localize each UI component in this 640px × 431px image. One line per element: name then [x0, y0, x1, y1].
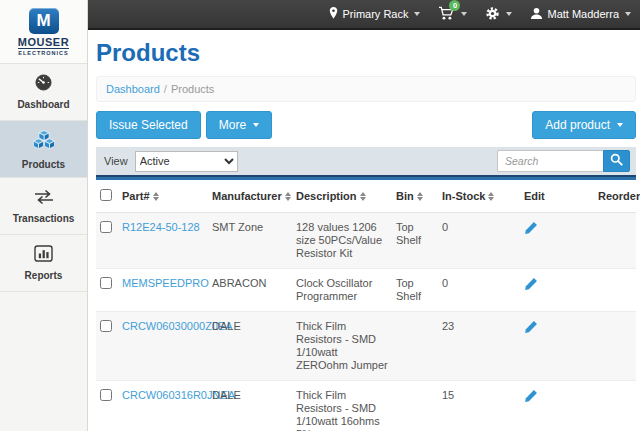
- sort-icon: [285, 192, 292, 201]
- sidebar-item-transactions[interactable]: Transactions: [0, 178, 87, 235]
- breadcrumb: Dashboard/Products: [96, 76, 636, 102]
- search-button[interactable]: [603, 150, 630, 172]
- cart-badge: 0: [449, 0, 460, 11]
- header-in-stock[interactable]: In-Stock: [438, 180, 520, 213]
- chevron-down-icon: [617, 123, 623, 127]
- sort-icon: [417, 192, 424, 201]
- header-part[interactable]: Part#: [118, 180, 208, 213]
- in-stock-cell: 0: [438, 269, 520, 312]
- edit-button[interactable]: [524, 389, 538, 406]
- topbar: Primary Rack 0 Matt Madderra: [88, 0, 640, 30]
- brand-name: MOUSER: [18, 37, 69, 47]
- reorder-cell: [594, 213, 636, 269]
- pencil-icon: [524, 391, 538, 406]
- manufacturer-cell: ABRACON: [208, 269, 292, 312]
- edit-button[interactable]: [524, 221, 538, 238]
- products-cubes-icon: [32, 129, 56, 155]
- header-in-stock-label: In-Stock: [442, 190, 485, 202]
- app-window: Primary Rack 0 Matt Madderra M: [0, 0, 640, 431]
- sort-icon: [488, 192, 495, 201]
- sidebar-item-reports[interactable]: Reports: [0, 235, 87, 292]
- row-checkbox[interactable]: [100, 320, 112, 332]
- part-link[interactable]: MEMSPEEDPRO: [122, 277, 209, 289]
- location-dropdown[interactable]: Primary Rack: [320, 0, 429, 28]
- header-edit: Edit: [520, 180, 594, 213]
- settings-dropdown[interactable]: [476, 0, 521, 28]
- sidebar: M MOUSER ELECTRONICS Dashboard Products: [0, 0, 88, 431]
- row-checkbox[interactable]: [100, 221, 112, 233]
- chevron-down-icon: [461, 12, 467, 16]
- header-reorder: Reorder: [594, 180, 636, 213]
- products-table: Part# Manufacturer Description Bin In-St…: [96, 180, 636, 431]
- pencil-icon: [524, 223, 538, 238]
- filter-bar: View Active: [96, 147, 636, 175]
- add-product-label: Add product: [545, 118, 610, 132]
- issue-selected-button[interactable]: Issue Selected: [96, 111, 201, 139]
- description-cell: Clock Oscillator Programmer: [292, 269, 392, 312]
- part-link[interactable]: R12E24-50-128: [122, 221, 200, 233]
- map-pin-icon: [329, 7, 338, 21]
- sidebar-item-dashboard[interactable]: Dashboard: [0, 64, 87, 121]
- sidebar-item-label: Reports: [25, 270, 63, 281]
- search-group: [497, 150, 630, 172]
- sidebar-item-label: Products: [22, 159, 65, 170]
- brand-logo[interactable]: M MOUSER ELECTRONICS: [0, 0, 87, 64]
- description-cell: Thick Film Resistors - SMD 1/10watt 16oh…: [292, 381, 392, 431]
- more-button[interactable]: More: [206, 111, 272, 139]
- header-edit-label: Edit: [524, 190, 545, 202]
- table-header-row: Part# Manufacturer Description Bin In-St…: [96, 180, 636, 213]
- chevron-down-icon: [253, 123, 259, 127]
- edit-button[interactable]: [524, 277, 538, 294]
- user-name: Matt Madderra: [547, 8, 619, 20]
- page-title: Products: [96, 39, 636, 67]
- transfer-arrows-icon: [33, 189, 55, 209]
- select-all-checkbox[interactable]: [100, 189, 112, 201]
- table-row: CRCW060316R0JNEA DALE Thick Film Resisto…: [96, 381, 636, 431]
- bin-cell: Top Shelf: [392, 269, 438, 312]
- location-label: Primary Rack: [342, 8, 408, 20]
- user-dropdown[interactable]: Matt Madderra: [521, 0, 640, 28]
- header-bin-label: Bin: [396, 190, 414, 202]
- header-reorder-label: Reorder: [598, 190, 640, 202]
- bin-cell: Top Shelf: [392, 213, 438, 269]
- add-product-button[interactable]: Add product: [532, 111, 636, 139]
- user-icon: [530, 7, 543, 22]
- pencil-icon: [524, 279, 538, 294]
- chevron-down-icon: [625, 12, 631, 16]
- breadcrumb-current: Products: [171, 83, 214, 95]
- manufacturer-cell: DALE: [208, 312, 292, 381]
- more-label: More: [219, 118, 246, 132]
- breadcrumb-dashboard-link[interactable]: Dashboard: [106, 83, 160, 95]
- issue-selected-label: Issue Selected: [109, 118, 188, 132]
- manufacturer-cell: DALE: [208, 381, 292, 431]
- sidebar-item-label: Transactions: [13, 213, 75, 224]
- cart-dropdown[interactable]: 0: [429, 0, 476, 28]
- bin-cell: [392, 381, 438, 431]
- sidebar-item-products[interactable]: Products: [0, 121, 87, 178]
- breadcrumb-separator: /: [164, 83, 167, 95]
- table-row: R12E24-50-128 SMT Zone 128 values 1206 s…: [96, 213, 636, 269]
- dashboard-gauge-icon: [34, 74, 53, 95]
- header-description[interactable]: Description: [292, 180, 392, 213]
- sidebar-item-label: Dashboard: [17, 99, 69, 110]
- header-manufacturer[interactable]: Manufacturer: [208, 180, 292, 213]
- row-checkbox[interactable]: [100, 389, 112, 401]
- row-checkbox[interactable]: [100, 277, 112, 289]
- pencil-icon: [524, 322, 538, 337]
- description-cell: 128 values 1206 size 50PCs/Value Resisto…: [292, 213, 392, 269]
- search-input[interactable]: [497, 150, 603, 172]
- reorder-cell: [594, 269, 636, 312]
- table-row: MEMSPEEDPRO ABRACON Clock Oscillator Pro…: [96, 269, 636, 312]
- main-content: Products Dashboard/Products Issue Select…: [88, 30, 640, 431]
- reorder-cell: [594, 312, 636, 381]
- view-select[interactable]: Active: [135, 151, 238, 172]
- in-stock-cell: 23: [438, 312, 520, 381]
- table-row: CRCW06030000Z0EA DALE Thick Film Resisto…: [96, 312, 636, 381]
- bin-cell: [392, 312, 438, 381]
- header-bin[interactable]: Bin: [392, 180, 438, 213]
- edit-button[interactable]: [524, 320, 538, 337]
- in-stock-cell: 0: [438, 213, 520, 269]
- view-label: View: [104, 155, 128, 167]
- mouser-logo-icon: M: [29, 8, 59, 34]
- manufacturer-cell: SMT Zone: [208, 213, 292, 269]
